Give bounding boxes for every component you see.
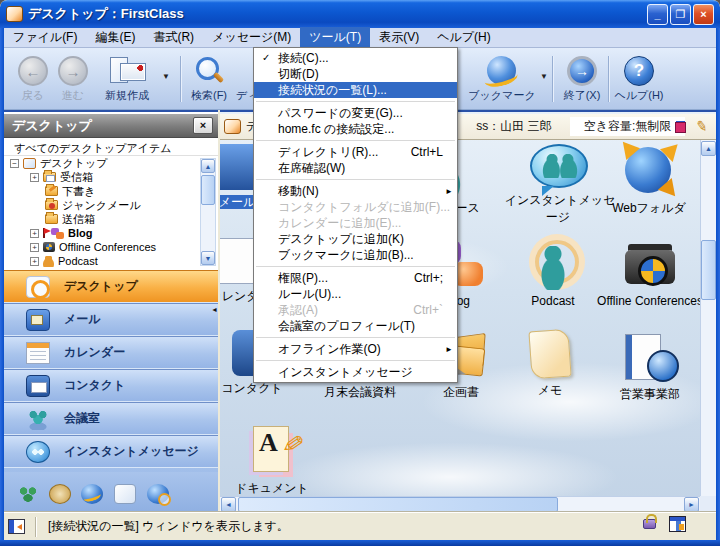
- menu-item-move[interactable]: 移動(N)►: [254, 183, 457, 199]
- menu-item-instant-message[interactable]: インスタントメッセージ: [254, 364, 457, 380]
- globe-mini-icon[interactable]: [81, 484, 103, 504]
- horizontal-scrollbar[interactable]: ◄ ►: [220, 496, 700, 512]
- close-button[interactable]: ×: [693, 4, 714, 25]
- scroll-left-button[interactable]: ◄: [221, 497, 236, 512]
- toolbar-separator: [552, 56, 553, 102]
- desktop-item-memo[interactable]: メモ: [495, 330, 605, 399]
- menu-item-change-password[interactable]: パスワードの変更(G)...: [254, 105, 457, 121]
- window-frame-bottom: [0, 540, 720, 546]
- tree-item-inbox[interactable]: + 受信箱: [4, 170, 218, 184]
- menu-help[interactable]: ヘルプ(H): [428, 27, 500, 48]
- nav-label: メール: [64, 311, 101, 328]
- tree-item-junk[interactable]: ジャンクメール: [4, 198, 218, 212]
- menu-item-offline-work[interactable]: オフライン作業(O)►: [254, 341, 457, 357]
- menu-item-disconnect[interactable]: 切断(D): [254, 66, 457, 82]
- app-icon: [6, 6, 23, 22]
- menu-item-permissions[interactable]: 権限(P)...Ctrl+;: [254, 270, 457, 286]
- view-mode-icon[interactable]: [675, 121, 688, 133]
- desktop-item-offline-conferences[interactable]: Offline Conferences: [588, 238, 712, 308]
- scroll-thumb[interactable]: [201, 175, 215, 205]
- tree-label: ジャンクメール: [62, 198, 141, 212]
- scroll-up-button[interactable]: ▲: [201, 159, 215, 173]
- new-message-button[interactable]: 新規作成: [96, 56, 158, 103]
- expand-toggle[interactable]: +: [30, 243, 39, 252]
- sidebar-filter[interactable]: すべてのデスクトップアイテム: [4, 138, 218, 156]
- edit-pencil-icon[interactable]: ✎: [695, 117, 709, 135]
- toolbar-separator: [180, 56, 181, 102]
- menu-format[interactable]: 書式(R): [144, 27, 203, 48]
- menu-item-directory[interactable]: ディレクトリ(R)...Ctrl+L: [254, 144, 457, 160]
- menu-item-add-to-desktop[interactable]: デスクトップに追加(K): [254, 231, 457, 247]
- scroll-thumb[interactable]: [701, 240, 716, 300]
- titlebar[interactable]: デスクトップ：FirstClass _ ❐ ×: [0, 0, 720, 28]
- bookmark-button[interactable]: ブックマーク: [468, 56, 536, 103]
- desktop-item-documents[interactable]: A ✎ ドキュメント: [220, 422, 327, 497]
- tree-item-drafts[interactable]: 下書き: [4, 184, 218, 198]
- menu-tools[interactable]: ツール(T): [300, 27, 370, 48]
- scroll-right-button[interactable]: ►: [684, 497, 699, 512]
- tree-scrollbar[interactable]: ▲ ▼: [200, 158, 216, 266]
- window-frame-right: [716, 28, 720, 540]
- desktop-item-web-folder[interactable]: Webフォルダ: [594, 144, 704, 217]
- back-icon: ←: [18, 56, 48, 86]
- expand-toggle[interactable]: +: [30, 229, 39, 238]
- tree-item-sent[interactable]: 送信箱: [4, 212, 218, 226]
- nav-calendar[interactable]: カレンダー: [4, 336, 218, 369]
- menu-item-label: ブックマークに追加(B)...: [278, 248, 414, 262]
- web-folder-icon: [621, 144, 677, 196]
- sidebar-collapse-arrow[interactable]: ◄: [211, 306, 218, 313]
- tree-item-offline-conferences[interactable]: + Offline Conferences: [4, 240, 218, 254]
- desktop-small-icon: [224, 119, 241, 134]
- help-button[interactable]: ? ヘルプ(H): [614, 56, 664, 103]
- forward-icon: →: [58, 56, 88, 86]
- stamp-mini-icon[interactable]: [49, 484, 71, 504]
- bookmark-dropdown-arrow[interactable]: ▼: [540, 72, 548, 81]
- maximize-button[interactable]: ❐: [670, 4, 691, 25]
- tree-item-blog[interactable]: + Blog: [4, 226, 218, 240]
- sidebar-close-button[interactable]: ×: [193, 117, 213, 134]
- minimize-button[interactable]: _: [647, 4, 668, 25]
- desktop-item-sales-division[interactable]: 営業事業部: [595, 330, 705, 403]
- nav-conferences[interactable]: 会議室: [4, 402, 218, 435]
- documents-mini-icon[interactable]: [114, 484, 136, 504]
- nav-mail[interactable]: メール: [4, 303, 218, 336]
- search-button[interactable]: 検索(F): [186, 56, 232, 103]
- help-icon: ?: [624, 56, 654, 86]
- expand-toggle[interactable]: +: [30, 173, 39, 182]
- item-label: メール: [220, 195, 257, 209]
- menu-item-add-to-bookmarks[interactable]: ブックマークに追加(B)...: [254, 247, 457, 263]
- menu-item-connect[interactable]: ✓接続(C)...: [254, 50, 457, 66]
- menu-item-connection-status-list[interactable]: 接続状況の一覧(L)...: [254, 82, 457, 98]
- menu-file[interactable]: ファイル(F): [4, 27, 86, 48]
- nav-desktop[interactable]: デスクトップ: [4, 270, 218, 303]
- menu-view[interactable]: 表示(V): [370, 27, 428, 48]
- menu-item-add-to-calendar: カレンダーに追加(E)...: [254, 215, 457, 231]
- menu-item-label: 接続状況の一覧(L)...: [278, 83, 387, 97]
- scroll-down-button[interactable]: ▼: [201, 251, 215, 265]
- scroll-thumb[interactable]: [238, 497, 558, 512]
- menu-edit[interactable]: 編集(E): [86, 27, 144, 48]
- tree-item-podcast[interactable]: + Podcast: [4, 254, 218, 268]
- new-dropdown-arrow[interactable]: ▼: [162, 72, 170, 81]
- menu-item-homefc-connection-settings[interactable]: home.fc の接続設定...: [254, 121, 457, 137]
- exit-button[interactable]: → 終了(X): [558, 56, 606, 103]
- collapse-toggle[interactable]: −: [10, 159, 19, 168]
- vertical-scrollbar[interactable]: ▲ ▼: [700, 140, 716, 512]
- expand-toggle[interactable]: +: [30, 257, 39, 266]
- layout-icon[interactable]: [669, 516, 686, 532]
- scroll-up-button[interactable]: ▲: [701, 141, 716, 156]
- web-search-mini-icon[interactable]: [147, 484, 169, 504]
- letter-a-glyph: A: [259, 428, 278, 458]
- tree-item-desktop[interactable]: − デスクトップ: [4, 156, 218, 170]
- tree-label: 下書き: [62, 184, 95, 198]
- item-label: Webフォルダ: [610, 201, 688, 215]
- nav-instant-message[interactable]: インスタントメッセージ: [4, 435, 218, 468]
- menu-message[interactable]: メッセージ(M): [203, 27, 300, 48]
- menu-item-rules[interactable]: ルール(U)...: [254, 286, 457, 302]
- nav-contacts[interactable]: コンタクト: [4, 369, 218, 402]
- menu-item-conference-profile[interactable]: 会議室のプロフィール(T): [254, 318, 457, 334]
- menu-item-label: パスワードの変更(G)...: [278, 106, 403, 120]
- group-mini-icon[interactable]: [17, 484, 39, 504]
- item-label: コンタクト: [220, 381, 285, 395]
- menu-item-presence[interactable]: 在席確認(W): [254, 160, 457, 176]
